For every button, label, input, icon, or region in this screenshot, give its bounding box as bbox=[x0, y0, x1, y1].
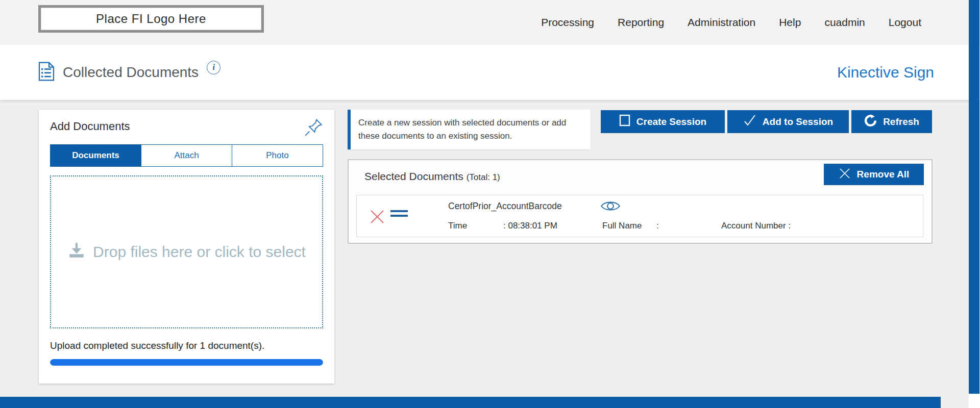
x-mark-icon bbox=[839, 167, 851, 182]
create-session-label: Create Session bbox=[636, 116, 706, 128]
info-circle-icon[interactable]: i bbox=[207, 61, 220, 74]
remove-all-button[interactable]: Remove All bbox=[824, 164, 924, 185]
fi-logo-text: Place FI Logo Here bbox=[41, 8, 261, 30]
add-to-session-label: Add to Session bbox=[763, 116, 833, 128]
hamburger-menu-icon[interactable] bbox=[390, 210, 408, 219]
file-dropzone[interactable]: Drop files here or click to select bbox=[50, 175, 323, 328]
account-number-label: Account Number : bbox=[721, 221, 791, 231]
session-actions: Create Session Add to Session Refresh bbox=[601, 110, 932, 133]
remove-all-label: Remove All bbox=[857, 169, 910, 180]
selected-documents-panel: Selected Documents (Total: 1) Remove All bbox=[348, 159, 933, 244]
pushpin-icon[interactable] bbox=[304, 117, 324, 139]
nav-links: Processing Reporting Administration Help… bbox=[541, 0, 921, 45]
selected-documents-title: Selected Documents (Total: 1) bbox=[364, 170, 500, 183]
document-name: CertofPrior_AccountBarcode bbox=[448, 201, 562, 212]
corner-patch bbox=[969, 394, 980, 408]
app-root: Place FI Logo Here Processing Reporting … bbox=[0, 0, 980, 408]
document-list-icon bbox=[38, 62, 55, 83]
eye-icon[interactable] bbox=[600, 199, 621, 215]
square-outline-icon bbox=[619, 114, 630, 129]
full-name-value: : bbox=[656, 221, 659, 231]
selected-documents-total: (Total: 1) bbox=[467, 172, 500, 182]
add-documents-title: Add Documents bbox=[50, 120, 130, 133]
upload-progress-fill bbox=[50, 359, 323, 366]
brand-title: Kinective Sign bbox=[837, 45, 934, 100]
tab-documents[interactable]: Documents bbox=[51, 145, 141, 166]
nav-item-processing[interactable]: Processing bbox=[541, 16, 594, 29]
upload-progress-bar bbox=[50, 359, 323, 366]
page-header: Collected Documents i Kinective Sign bbox=[0, 45, 980, 100]
nav-item-help[interactable]: Help bbox=[779, 16, 801, 29]
selected-documents-title-text: Selected Documents bbox=[364, 170, 463, 182]
page-title-group: Collected Documents i bbox=[38, 45, 220, 100]
document-row: CertofPrior_AccountBarcode Time : 08:38:… bbox=[356, 195, 923, 237]
nav-item-reporting[interactable]: Reporting bbox=[618, 16, 664, 29]
fi-logo-placeholder: Place FI Logo Here bbox=[38, 5, 264, 33]
circular-arrow-icon bbox=[864, 114, 877, 130]
refresh-button[interactable]: Refresh bbox=[851, 110, 932, 133]
download-tray-icon bbox=[67, 242, 86, 262]
tab-photo[interactable]: Photo bbox=[232, 145, 323, 166]
create-session-button[interactable]: Create Session bbox=[601, 110, 725, 133]
add-to-session-button[interactable]: Add to Session bbox=[727, 110, 849, 133]
dropzone-text: Drop files here or click to select bbox=[93, 243, 306, 261]
right-edge-strip bbox=[969, 0, 979, 394]
refresh-label: Refresh bbox=[883, 116, 919, 128]
session-note: Create a new session with selected docum… bbox=[348, 110, 591, 149]
add-documents-tabs: Documents Attach Photo bbox=[50, 144, 323, 167]
full-name-label: Full Name bbox=[602, 221, 642, 231]
remove-document-icon[interactable] bbox=[369, 209, 385, 227]
time-value: : 08:38:01 PM bbox=[503, 221, 557, 231]
nav-item-logout[interactable]: Logout bbox=[889, 16, 921, 29]
upload-status-text: Upload completed successfully for 1 docu… bbox=[50, 340, 323, 351]
checkmark-icon bbox=[743, 114, 756, 130]
footer-bar bbox=[0, 397, 941, 408]
add-documents-panel: Add Documents Documents Attach Photo bbox=[39, 110, 334, 384]
nav-item-username[interactable]: cuadmin bbox=[824, 16, 865, 29]
nav-item-administration[interactable]: Administration bbox=[688, 16, 755, 29]
page-title: Collected Documents bbox=[63, 64, 199, 81]
top-nav-bar: Place FI Logo Here Processing Reporting … bbox=[0, 0, 980, 45]
tab-attach[interactable]: Attach bbox=[141, 145, 232, 166]
time-label: Time bbox=[448, 221, 467, 231]
